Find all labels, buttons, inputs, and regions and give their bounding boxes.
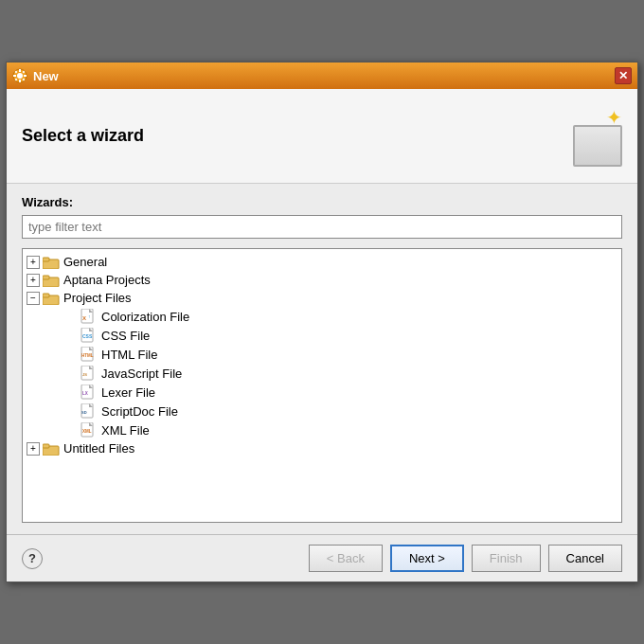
file-icon-lexer: LX: [80, 385, 98, 400]
tree-label-general: General: [63, 255, 107, 269]
file-icon-colorization: X ↑: [80, 309, 98, 324]
tree-label-javascript: JavaScript File: [101, 367, 182, 381]
tree-item-xml[interactable]: XML XML File: [23, 420, 621, 439]
tree-item-lexer[interactable]: LX Lexer File: [23, 383, 621, 402]
folder-icon-aptana: [43, 274, 60, 287]
no-expand-html: [64, 348, 78, 361]
svg-text:XML: XML: [82, 429, 92, 434]
tree-label-css: CSS File: [101, 329, 150, 343]
tree-label-colorization: Colorization File: [101, 310, 189, 324]
no-expand-colorization: [64, 310, 78, 323]
file-icon-html: HTML: [80, 347, 98, 362]
svg-rect-3: [19, 80, 21, 82]
tree-item-css[interactable]: CSS CSS File: [23, 326, 621, 345]
svg-text:LX: LX: [82, 391, 88, 396]
wizards-label: Wizards:: [22, 195, 622, 209]
expand-aptana[interactable]: +: [27, 274, 40, 287]
back-button[interactable]: < Back: [309, 545, 383, 572]
file-icon-javascript: JS: [80, 366, 98, 381]
expand-untitled[interactable]: +: [27, 442, 40, 456]
no-expand-lexer: [64, 385, 78, 399]
svg-text:X: X: [82, 315, 86, 321]
wizard-icon: ✦: [562, 106, 622, 167]
tree-item-javascript[interactable]: JS JavaScript File: [23, 364, 621, 383]
svg-rect-11: [43, 258, 49, 261]
tree-item-colorization[interactable]: X ↑ Colorization File: [23, 307, 621, 326]
folder-icon-untitled: [43, 442, 60, 456]
tree-item-aptana[interactable]: + Aptana Projects: [23, 271, 621, 289]
title-bar-left: New: [12, 68, 59, 83]
help-button[interactable]: ?: [22, 548, 43, 569]
svg-rect-39: [43, 444, 49, 448]
svg-text:JS: JS: [82, 372, 87, 377]
no-expand-xml: [64, 423, 78, 437]
footer: ? < Back Next > Finish Cancel: [7, 534, 637, 581]
tree-label-project-files: Project Files: [63, 291, 132, 305]
tree-label-lexer: Lexer File: [101, 385, 155, 400]
no-expand-css: [64, 329, 78, 342]
no-expand-javascript: [64, 367, 78, 380]
no-expand-scriptdoc: [64, 404, 78, 418]
folder-icon-project-files: [43, 292, 60, 305]
tree-item-general[interactable]: + General: [23, 253, 621, 271]
svg-text:↑: ↑: [88, 313, 91, 319]
header-title: Select a wizard: [22, 126, 144, 146]
finish-button[interactable]: Finish: [472, 545, 541, 572]
tree-label-xml: XML File: [101, 423, 150, 438]
dialog: New ✕ Select a wizard ✦ Wizards: + Gener…: [6, 62, 638, 582]
dialog-title: New: [33, 69, 59, 83]
star-icon: ✦: [606, 106, 622, 129]
svg-text:HTML: HTML: [81, 353, 94, 358]
file-icon-css: CSS: [80, 328, 98, 343]
folder-icon-general: [43, 256, 60, 269]
expand-project-files[interactable]: −: [27, 292, 40, 305]
tree-label-scriptdoc: ScriptDoc File: [101, 404, 178, 419]
svg-rect-5: [24, 75, 27, 77]
svg-text:CSS: CSS: [82, 333, 93, 339]
tree-item-untitled[interactable]: + Untitled Files: [23, 439, 621, 457]
expand-general[interactable]: +: [27, 256, 40, 269]
title-bar: New ✕: [7, 63, 637, 89]
svg-text:SD: SD: [81, 410, 87, 415]
next-button[interactable]: Next >: [390, 545, 464, 572]
close-button[interactable]: ✕: [615, 67, 632, 84]
svg-rect-2: [19, 69, 21, 72]
file-icon-scriptdoc: SD: [80, 403, 98, 419]
tree-item-html[interactable]: HTML HTML File: [23, 345, 621, 364]
icon-box: [573, 125, 622, 167]
svg-rect-4: [13, 75, 16, 77]
tree-label-aptana: Aptana Projects: [63, 273, 151, 287]
footer-right: < Back Next > Finish Cancel: [309, 545, 622, 572]
tree-label-untitled: Untitled Files: [63, 441, 134, 456]
content-area: Wizards: + General + Aptana Projects: [7, 184, 637, 534]
svg-rect-13: [43, 276, 49, 279]
header-section: Select a wizard ✦: [7, 89, 637, 184]
tree-item-project-files[interactable]: − Project Files: [23, 289, 621, 307]
svg-point-1: [17, 73, 23, 79]
tree-item-scriptdoc[interactable]: SD ScriptDoc File: [23, 402, 621, 420]
svg-rect-15: [43, 294, 49, 297]
tree-label-html: HTML File: [101, 348, 157, 362]
file-icon-xml: XML: [80, 422, 98, 438]
app-icon: [12, 68, 27, 83]
filter-input[interactable]: [22, 215, 622, 239]
cancel-button[interactable]: Cancel: [548, 545, 622, 572]
tree-container[interactable]: + General + Aptana Projects −: [22, 248, 622, 523]
footer-left: ?: [22, 548, 43, 569]
